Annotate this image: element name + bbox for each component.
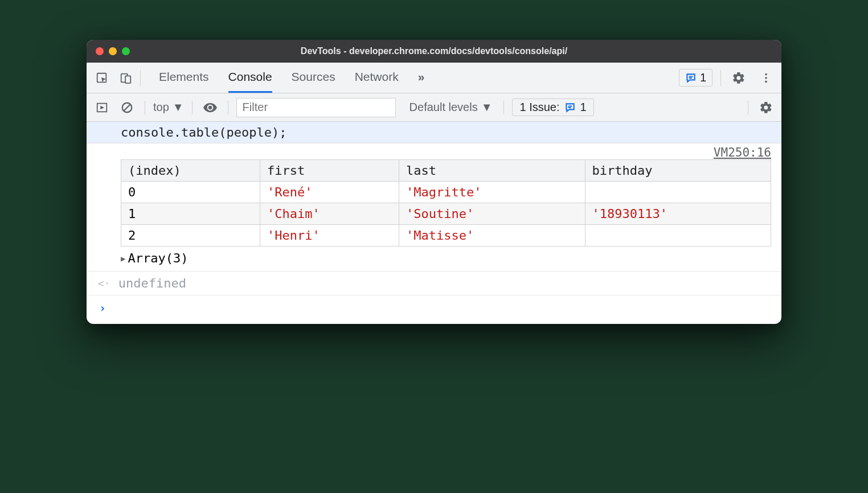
divider [140, 70, 141, 86]
cell-index: 2 [121, 225, 260, 246]
tab-sources[interactable]: Sources [292, 63, 335, 93]
minimize-window-button[interactable] [109, 47, 117, 55]
context-selector[interactable]: top ▼ [153, 101, 184, 114]
col-birthday[interactable]: birthday [585, 160, 771, 182]
panel-tabs: Elements Console Sources Network » [159, 63, 424, 93]
maximize-window-button[interactable] [122, 47, 130, 55]
return-value-line: <· undefined [87, 272, 781, 295]
console-output: console.table(people); VM250:16 (index) … [87, 122, 781, 324]
levels-label: Default levels [410, 101, 478, 114]
table-row[interactable]: 2 'Henri' 'Matisse' [121, 225, 771, 246]
chevron-down-icon: ▼ [481, 101, 493, 114]
col-index[interactable]: (index) [121, 160, 260, 182]
cell-last: 'Matisse' [399, 225, 585, 246]
cell-first: 'Henri' [260, 225, 399, 246]
divider [228, 101, 228, 114]
devtools-window: DevTools - developer.chrome.com/docs/dev… [87, 40, 781, 324]
chevron-down-icon: ▼ [173, 101, 184, 114]
divider [503, 101, 504, 114]
inspect-element-icon[interactable] [92, 68, 112, 88]
cell-last: 'Magritte' [399, 182, 585, 203]
tabs-overflow-button[interactable]: » [418, 63, 425, 93]
table-row[interactable]: 0 'René' 'Magritte' [121, 182, 771, 203]
array-summary[interactable]: ▶ Array(3) [87, 250, 781, 272]
divider [145, 101, 145, 114]
cell-first: 'René' [260, 182, 399, 203]
console-prompt[interactable]: › [87, 295, 781, 324]
issues-count: 1 [580, 101, 587, 114]
col-first[interactable]: first [260, 160, 399, 182]
main-tabs-bar: Elements Console Sources Network » 1 [87, 63, 781, 93]
expand-triangle-icon[interactable]: ▶ [121, 254, 125, 263]
titlebar: DevTools - developer.chrome.com/docs/dev… [87, 40, 781, 63]
window-title: DevTools - developer.chrome.com/docs/dev… [87, 46, 781, 56]
console-input-echo: console.table(people); [87, 122, 781, 143]
cell-index: 1 [121, 203, 260, 225]
message-icon [564, 102, 576, 113]
cell-first: 'Chaim' [260, 203, 399, 225]
device-toolbar-icon[interactable] [116, 68, 136, 88]
return-value: undefined [118, 276, 186, 290]
tab-elements[interactable]: Elements [159, 63, 209, 93]
col-last[interactable]: last [399, 160, 585, 182]
svg-point-7 [765, 80, 767, 83]
log-levels-selector[interactable]: Default levels ▼ [410, 101, 493, 114]
tab-console[interactable]: Console [228, 63, 272, 93]
svg-line-10 [124, 104, 130, 110]
console-table-output: (index) first last birthday 0 'René' 'Ma… [87, 159, 781, 250]
data-table: (index) first last birthday 0 'René' 'Ma… [121, 159, 771, 246]
array-label: Array(3) [128, 251, 188, 265]
divider [192, 101, 193, 114]
divider [748, 101, 748, 114]
console-settings-icon[interactable] [756, 98, 776, 117]
messages-count: 1 [700, 71, 706, 84]
return-arrow-icon: <· [98, 277, 110, 289]
console-messages-badge[interactable]: 1 [679, 69, 713, 87]
divider [720, 70, 721, 86]
cell-birthday: '18930113' [585, 203, 771, 225]
toggle-sidebar-icon[interactable] [92, 98, 112, 117]
console-toolbar: top ▼ Default levels ▼ 1 Issue: 1 [87, 93, 781, 122]
settings-icon[interactable] [729, 68, 748, 88]
prompt-chevron-icon: › [99, 301, 106, 315]
svg-point-5 [765, 73, 767, 75]
cell-birthday [585, 225, 771, 246]
traffic-lights [96, 47, 130, 55]
context-label: top [153, 101, 169, 114]
filter-input[interactable] [236, 98, 396, 117]
more-menu-icon[interactable] [756, 68, 776, 88]
svg-rect-2 [125, 76, 130, 83]
clear-console-icon[interactable] [117, 98, 137, 117]
tab-network[interactable]: Network [355, 63, 399, 93]
issues-badge[interactable]: 1 Issue: 1 [512, 98, 593, 116]
close-window-button[interactable] [96, 47, 104, 55]
cell-last: 'Soutine' [399, 203, 585, 225]
source-link[interactable]: VM250:16 [87, 143, 781, 159]
issues-label: 1 Issue: [519, 101, 559, 114]
cell-birthday [585, 182, 771, 203]
table-row[interactable]: 1 'Chaim' 'Soutine' '18930113' [121, 203, 771, 225]
live-expression-icon[interactable] [200, 98, 220, 117]
svg-point-6 [765, 77, 767, 79]
message-icon [685, 72, 697, 84]
cell-index: 0 [121, 182, 260, 203]
